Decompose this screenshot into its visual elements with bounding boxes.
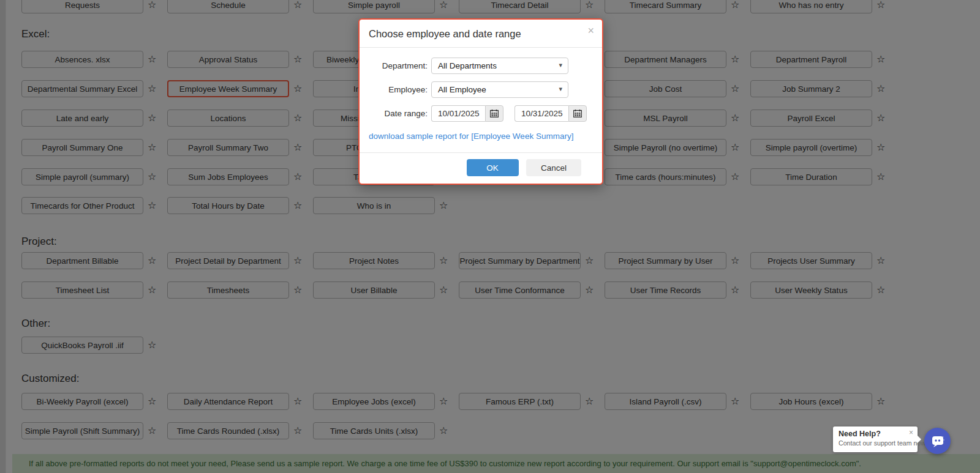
close-icon[interactable]: × [587,25,594,36]
start-date-input[interactable] [431,105,485,122]
end-date-group [514,105,587,122]
chat-bubble-icon [930,434,945,448]
date-range-field-row: Date range: [364,105,602,122]
department-select-value: All Departments [438,61,497,70]
employee-select-value: All Employee [438,85,486,94]
need-help-title: Need Help? [839,430,912,438]
need-help-subtitle: Contact our support team now. [839,439,912,447]
choose-employee-date-modal: Choose employee and date range × Departm… [358,18,603,185]
modal-body: Department: All Departments ▾ Employee: … [360,48,602,141]
end-date-input[interactable] [514,105,568,122]
department-select[interactable]: All Departments ▾ [431,58,568,74]
cancel-button[interactable]: Cancel [526,159,581,176]
employee-select[interactable]: All Employee ▾ [431,81,568,98]
calendar-icon [573,110,582,117]
department-field-row: Department: All Departments ▾ [364,58,602,74]
need-help-tooltip: Need Help? Contact our support team now.… [833,426,918,452]
modal-footer: OK Cancel [360,152,602,184]
ok-button[interactable]: OK [467,159,519,176]
chevron-down-icon: ▾ [559,61,562,69]
download-sample-report-link[interactable]: download sample report for [Employee Wee… [369,132,573,141]
modal-title: Choose employee and date range [369,28,521,39]
date-range-label: Date range: [364,109,428,118]
employee-label: Employee: [364,85,428,94]
support-chat-button[interactable] [924,428,951,454]
end-date-calendar-button[interactable] [568,105,587,122]
chevron-down-icon: ▾ [559,85,562,93]
department-label: Department: [364,61,428,70]
calendar-icon [490,110,499,117]
reports-page: Requests☆Schedule☆Simple payroll☆Timecar… [0,0,980,473]
start-date-calendar-button[interactable] [485,105,503,122]
modal-header: Choose employee and date range × [360,20,602,48]
employee-field-row: Employee: All Employee ▾ [364,81,602,98]
start-date-group [431,105,503,122]
tooltip-close-icon[interactable]: × [909,428,913,437]
